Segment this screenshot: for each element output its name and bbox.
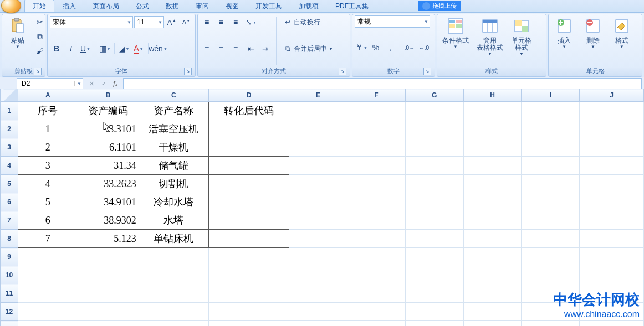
- cell-A11[interactable]: [18, 284, 78, 303]
- align-center-button[interactable]: ≡: [214, 42, 228, 55]
- cell-I2[interactable]: [522, 120, 580, 138]
- cell-A13[interactable]: [18, 321, 78, 327]
- cell-B5[interactable]: 33.2623: [78, 175, 139, 193]
- cell-B7[interactable]: 38.9302: [78, 211, 139, 230]
- align-right-button[interactable]: ≡: [229, 42, 242, 55]
- row-header-10[interactable]: 10: [1, 266, 18, 284]
- select-all-corner[interactable]: [1, 89, 18, 102]
- cell-D7[interactable]: [209, 211, 289, 230]
- cell-C4[interactable]: 储气罐: [139, 157, 208, 175]
- cell-F9[interactable]: [347, 248, 406, 266]
- cell-G4[interactable]: [405, 157, 463, 175]
- cell-A2[interactable]: 1: [18, 120, 78, 138]
- column-header-C[interactable]: C: [139, 89, 208, 102]
- cell-I7[interactable]: [522, 211, 580, 230]
- comma-button[interactable]: ,: [384, 41, 397, 54]
- cell-F5[interactable]: [347, 175, 406, 193]
- tab-5[interactable]: 审阅: [187, 0, 217, 12]
- percent-button[interactable]: %: [369, 41, 382, 54]
- cell-C2[interactable]: 活塞空压机: [139, 120, 208, 138]
- cell-E5[interactable]: [289, 175, 347, 193]
- cell-H4[interactable]: [463, 157, 522, 175]
- tab-6[interactable]: 视图: [217, 0, 247, 12]
- cell-B2[interactable]: 3.3101: [78, 120, 139, 138]
- cell-G8[interactable]: [405, 230, 463, 248]
- cell-D12[interactable]: [209, 303, 289, 321]
- cell-H6[interactable]: [463, 193, 522, 211]
- cell-I8[interactable]: [522, 230, 580, 248]
- delete-cells-button[interactable]: 删除 ▼: [580, 15, 606, 51]
- cell-A9[interactable]: [18, 248, 78, 266]
- cell-B8[interactable]: 5.123: [78, 230, 139, 248]
- cell-D13[interactable]: [209, 321, 289, 327]
- format-cells-button[interactable]: 格式 ▼: [609, 15, 635, 51]
- cell-B9[interactable]: [78, 248, 139, 266]
- cell-J2[interactable]: [579, 120, 643, 138]
- conditional-formatting-button[interactable]: 条件格式 ▼: [439, 15, 472, 51]
- cell-I11[interactable]: [522, 284, 580, 303]
- cell-G6[interactable]: [405, 193, 463, 211]
- cell-F6[interactable]: [347, 193, 406, 211]
- shrink-font-button[interactable]: A▼: [180, 15, 193, 29]
- align-left-button[interactable]: ≡: [200, 42, 213, 55]
- row-header-12[interactable]: 12: [1, 303, 18, 321]
- cell-G13[interactable]: [405, 321, 463, 327]
- cell-J8[interactable]: [579, 230, 643, 248]
- bold-button[interactable]: B: [50, 42, 63, 55]
- tab-8[interactable]: 加载项: [290, 0, 327, 12]
- cell-C11[interactable]: [139, 284, 208, 303]
- cell-D8[interactable]: [209, 230, 289, 248]
- cell-G2[interactable]: [405, 120, 463, 138]
- font-size-combo[interactable]: 11 ▼: [134, 16, 164, 28]
- cell-F11[interactable]: [347, 284, 406, 303]
- cell-I12[interactable]: [522, 303, 580, 321]
- cell-I9[interactable]: [522, 248, 580, 266]
- cell-C1[interactable]: 资产名称: [139, 102, 208, 120]
- upload-badge[interactable]: 拖拽上传: [418, 1, 461, 11]
- cell-H12[interactable]: [463, 303, 522, 321]
- cell-H9[interactable]: [463, 248, 522, 266]
- cell-I5[interactable]: [522, 175, 580, 193]
- cell-A6[interactable]: 5: [18, 193, 78, 211]
- cell-D5[interactable]: [209, 175, 289, 193]
- cell-A4[interactable]: 3: [18, 157, 78, 175]
- cell-E7[interactable]: [289, 211, 347, 230]
- cell-F12[interactable]: [347, 303, 406, 321]
- cell-G11[interactable]: [405, 284, 463, 303]
- cell-G7[interactable]: [405, 211, 463, 230]
- cell-E2[interactable]: [289, 120, 347, 138]
- cell-J11[interactable]: [579, 284, 643, 303]
- cell-B6[interactable]: 34.9101: [78, 193, 139, 211]
- cell-H7[interactable]: [463, 211, 522, 230]
- column-header-A[interactable]: A: [18, 89, 78, 102]
- cell-D9[interactable]: [209, 248, 289, 266]
- cell-A10[interactable]: [18, 266, 78, 284]
- cell-C7[interactable]: 水塔: [139, 211, 208, 230]
- cell-G9[interactable]: [405, 248, 463, 266]
- cell-I1[interactable]: [522, 102, 580, 120]
- cell-E9[interactable]: [289, 248, 347, 266]
- cell-E6[interactable]: [289, 193, 347, 211]
- font-name-combo[interactable]: 宋体 ▼: [50, 16, 133, 28]
- cell-J12[interactable]: [579, 303, 643, 321]
- clipboard-launcher[interactable]: ↘: [34, 68, 42, 75]
- cell-C6[interactable]: 冷却水塔: [139, 193, 208, 211]
- cut-button[interactable]: ✂: [33, 15, 47, 29]
- cell-G1[interactable]: [405, 102, 463, 120]
- cell-I3[interactable]: [522, 138, 580, 157]
- cell-E10[interactable]: [289, 266, 347, 284]
- cell-H10[interactable]: [463, 266, 522, 284]
- cell-A5[interactable]: 4: [18, 175, 78, 193]
- cell-F7[interactable]: [347, 211, 406, 230]
- cell-C9[interactable]: [139, 248, 208, 266]
- tab-1[interactable]: 插入: [54, 0, 84, 12]
- cell-J5[interactable]: [579, 175, 643, 193]
- number-format-combo[interactable]: 常规 ▼: [355, 15, 430, 28]
- column-header-J[interactable]: J: [579, 89, 643, 102]
- cell-F13[interactable]: [347, 321, 406, 327]
- cell-E3[interactable]: [289, 138, 347, 157]
- column-header-I[interactable]: I: [522, 89, 580, 102]
- merge-center-button[interactable]: ⧉ 合并后居中 ▼: [280, 42, 336, 55]
- cell-H13[interactable]: [463, 321, 522, 327]
- cell-C12[interactable]: [139, 303, 208, 321]
